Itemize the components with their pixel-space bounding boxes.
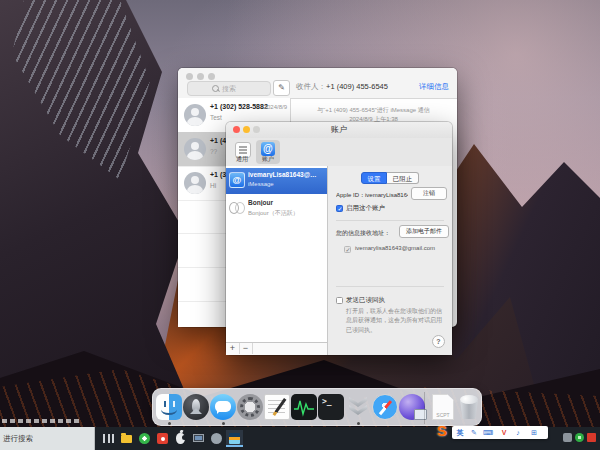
safari-icon[interactable] [372, 394, 398, 420]
sidebar-item-bonjour[interactable]: Bonjour Bonjour（不活跃） [226, 196, 327, 222]
add-account-button[interactable]: + [226, 343, 240, 354]
accounts-sidebar: ivemaryLisa81643@… iMessage Bonjour Bonj… [226, 166, 328, 355]
sound-icon[interactable]: ♪ [512, 426, 524, 439]
account-subtitle: iMessage [248, 181, 324, 187]
vmware-icon[interactable] [226, 430, 243, 447]
activity-monitor-icon[interactable] [291, 394, 317, 420]
email-checkbox[interactable] [344, 246, 351, 253]
conversation-preview: Hi [210, 182, 216, 189]
tab-general[interactable]: 通用 [230, 140, 254, 164]
tab-label: 账户 [256, 155, 280, 164]
accounts-preferences-window: 账户 通用 账户 ivemaryLisa81643@… iMessage [226, 122, 452, 355]
running-indicator-installer [357, 422, 360, 425]
recipient-label: 收件人： [296, 82, 326, 91]
finder-icon[interactable] [156, 394, 182, 420]
screen: 搜索 ✎ 收件人：+1 (409) 455-6545 详细信息 +1 (302)… [0, 0, 600, 450]
sidebar-footer: + − [226, 342, 327, 355]
handwriting-icon[interactable]: ✎ [468, 426, 480, 439]
account-subtitle: Bonjour（不活跃） [248, 209, 324, 218]
monitor-app-icon[interactable] [190, 430, 207, 447]
messages-titlebar[interactable]: 搜索 ✎ 收件人：+1 (409) 455-6545 详细信息 [178, 68, 457, 99]
taskbar-search-box[interactable]: 进行搜索 [0, 427, 95, 450]
applescript-file-icon[interactable]: SCPT [430, 394, 456, 420]
running-indicator-messages [222, 422, 225, 425]
divider [336, 220, 444, 221]
search-input[interactable]: 搜索 [187, 81, 271, 96]
green-app-icon[interactable] [136, 430, 153, 447]
zoom-button[interactable] [208, 73, 215, 80]
recipient-value[interactable]: +1 (409) 455-6545 [326, 82, 388, 91]
gray-app-icon[interactable] [208, 430, 225, 447]
segment-settings[interactable]: 设置 [361, 172, 387, 184]
reachable-label: 您的信息接收地址： [336, 229, 390, 238]
avatar [184, 172, 206, 194]
apple-id-row: Apple ID：ivemaryLisa81643@gmail.com [336, 191, 408, 200]
tray-green-icon[interactable] [575, 433, 584, 442]
tray-gray-icon[interactable] [563, 433, 572, 442]
account-detail-pane: 设置 已阻止 Apple ID：ivemaryLisa81643@gmail.c… [328, 166, 452, 355]
trash-full-icon[interactable] [456, 394, 482, 420]
sign-out-button[interactable]: 注销 [411, 187, 447, 200]
apple-app-icon[interactable] [172, 430, 189, 447]
desktop-watermark [2, 419, 82, 423]
task-view-icon[interactable] [100, 430, 117, 447]
sogou-logo[interactable]: S [437, 422, 447, 439]
launchpad-icon[interactable] [183, 394, 209, 420]
search-placeholder: 搜索 [222, 85, 236, 92]
file-explorer-icon[interactable] [118, 430, 135, 447]
dock-separator [424, 392, 425, 424]
close-button[interactable] [186, 73, 193, 80]
scpt-file-label: SCPT [430, 412, 456, 418]
zoom-button-disabled [253, 126, 260, 133]
input-mode-toggle[interactable]: 英 [454, 426, 466, 439]
enable-account-label[interactable]: 启用这个账户 [346, 204, 385, 213]
avatar [184, 138, 206, 160]
search-icon [212, 85, 219, 92]
textedit-icon[interactable] [264, 394, 290, 420]
details-button[interactable]: 详细信息 [419, 78, 449, 96]
accounts-at-icon [261, 142, 275, 156]
segment-blocked[interactable]: 已阻止 [387, 172, 419, 184]
account-title: ivemaryLisa81643@… [248, 171, 324, 178]
messages-icon[interactable] [210, 394, 236, 420]
read-receipts-checkbox[interactable] [336, 297, 343, 304]
account-title: Bonjour [248, 199, 324, 206]
read-receipts-label[interactable]: 发送已读回执 [346, 296, 385, 305]
prefs-titlebar[interactable]: 账户 [226, 122, 452, 138]
reachable-email: ivemarylisa81643@gmail.com [355, 245, 435, 251]
read-receipts-description: 打开后，联系人会在您读取他们的信息后获得通知，这会为所有对话启用已读回执。 [346, 307, 444, 335]
tab-accounts[interactable]: 账户 [256, 140, 280, 164]
enable-account-checkbox[interactable] [336, 205, 343, 212]
conversation-preview: Test [210, 114, 222, 121]
minimize-button[interactable] [197, 73, 204, 80]
remove-account-button[interactable]: − [239, 343, 253, 354]
taskbar-search-text: 进行搜索 [3, 434, 33, 443]
tray-red-icon[interactable] [587, 433, 596, 442]
conversation-date: 2024/8/9 [264, 104, 287, 110]
activity-waveform [291, 394, 317, 420]
running-indicator-finder [168, 422, 171, 425]
apple-id-label: Apple ID： [336, 192, 365, 198]
imessage-account-icon [229, 172, 245, 188]
prefs-toolbar: 通用 账户 [226, 138, 452, 167]
bonjour-icon [229, 200, 245, 216]
dock: SCPT [152, 388, 482, 426]
toolbox-icon[interactable]: ⊞ [528, 426, 540, 439]
add-email-button[interactable]: 添加电子邮件 [399, 225, 449, 238]
minimize-button[interactable] [243, 126, 250, 133]
system-preferences-icon[interactable] [237, 394, 263, 420]
voice-v-icon[interactable]: V [498, 426, 510, 439]
network-globe-icon[interactable] [399, 394, 425, 420]
sidebar-item-imessage[interactable]: ivemaryLisa81643@… iMessage [226, 168, 327, 194]
thread-header-line1: 与“+1 (409) 455-6545”进行 iMessage 通信 [290, 106, 457, 115]
help-button[interactable]: ? [432, 335, 445, 348]
installer-stack-icon[interactable] [345, 394, 371, 420]
tab-label: 通用 [230, 155, 254, 164]
window-title: 账户 [331, 125, 347, 134]
red-app-icon[interactable] [154, 430, 171, 447]
soft-keyboard-icon[interactable]: ⌨ [482, 426, 494, 439]
conversation-name: +1 (302) 528-5882 [210, 103, 268, 110]
close-button[interactable] [233, 126, 240, 133]
compose-button[interactable]: ✎ [273, 80, 290, 96]
terminal-icon[interactable] [318, 394, 344, 420]
